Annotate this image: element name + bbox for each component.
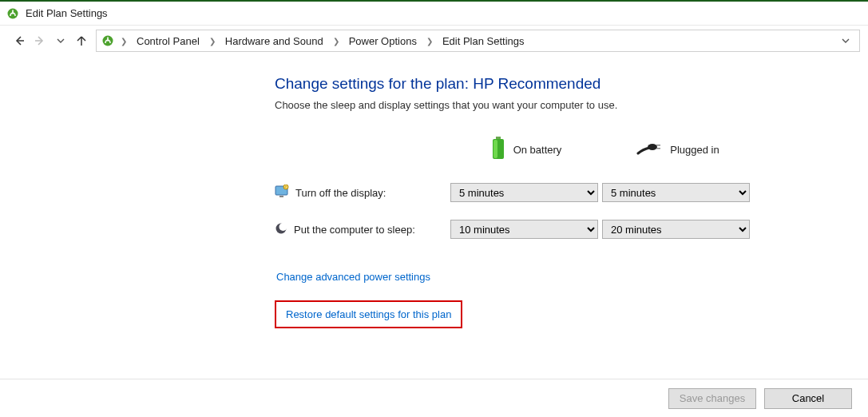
settings-grid: On battery Plugged in bbox=[275, 133, 868, 239]
nav-row: ❯ Control Panel ❯ Hardware and Sound ❯ P… bbox=[0, 26, 868, 56]
restore-defaults-link[interactable]: Restore default settings for this plan bbox=[284, 307, 453, 322]
monitor-icon bbox=[275, 185, 289, 201]
page-heading: Change settings for the plan: HP Recomme… bbox=[275, 75, 868, 93]
page-subtext: Choose the sleep and display settings th… bbox=[275, 99, 868, 111]
svg-rect-9 bbox=[656, 148, 660, 149]
app-icon bbox=[6, 7, 19, 20]
chevron-right-icon[interactable]: ❯ bbox=[330, 37, 343, 46]
svg-rect-8 bbox=[656, 145, 660, 146]
battery-icon bbox=[491, 137, 505, 163]
window-title: Edit Plan Settings bbox=[26, 7, 108, 19]
plug-icon bbox=[636, 141, 662, 158]
breadcrumb: ❯ Control Panel ❯ Hardware and Sound ❯ P… bbox=[96, 30, 860, 52]
breadcrumb-app-icon bbox=[101, 34, 114, 47]
up-button[interactable] bbox=[75, 34, 88, 47]
title-bar: Edit Plan Settings bbox=[0, 2, 868, 26]
moon-icon bbox=[275, 222, 287, 237]
restore-highlight-box: Restore default settings for this plan bbox=[275, 300, 462, 328]
breadcrumb-item-hardware-sound[interactable]: Hardware and Sound bbox=[222, 34, 327, 49]
save-button: Save changes bbox=[668, 388, 756, 409]
svg-point-14 bbox=[279, 223, 287, 231]
column-label-plugged: Plugged in bbox=[670, 144, 719, 156]
display-battery-select[interactable]: 5 minutes bbox=[450, 183, 598, 202]
chevron-right-icon[interactable]: ❯ bbox=[117, 37, 130, 46]
breadcrumb-item-edit-plan[interactable]: Edit Plan Settings bbox=[439, 34, 528, 49]
chevron-right-icon[interactable]: ❯ bbox=[423, 37, 436, 46]
main-content: Change settings for the plan: HP Recomme… bbox=[0, 56, 868, 328]
forward-button bbox=[34, 34, 46, 47]
column-header-battery: On battery bbox=[450, 133, 602, 165]
row-label-display: Turn off the display: bbox=[275, 185, 450, 201]
display-plugged-select[interactable]: 5 minutes bbox=[602, 183, 750, 202]
svg-point-7 bbox=[648, 144, 657, 150]
breadcrumb-item-control-panel[interactable]: Control Panel bbox=[133, 34, 203, 49]
svg-rect-11 bbox=[279, 196, 283, 197]
chevron-right-icon[interactable]: ❯ bbox=[206, 37, 219, 46]
row-text-sleep: Put the computer to sleep: bbox=[294, 224, 415, 236]
breadcrumb-item-power-options[interactable]: Power Options bbox=[346, 34, 420, 49]
links-section: Change advanced power settings Restore d… bbox=[275, 269, 868, 328]
column-header-plugged: Plugged in bbox=[602, 133, 754, 165]
footer-bar: Save changes Cancel bbox=[0, 379, 868, 417]
recent-locations-button[interactable] bbox=[54, 34, 67, 47]
sleep-battery-select[interactable]: 10 minutes bbox=[450, 220, 598, 239]
svg-rect-3 bbox=[107, 38, 109, 42]
column-label-battery: On battery bbox=[513, 144, 562, 156]
row-label-sleep: Put the computer to sleep: bbox=[275, 222, 450, 237]
advanced-settings-link[interactable]: Change advanced power settings bbox=[275, 269, 432, 284]
breadcrumb-dropdown[interactable] bbox=[837, 35, 854, 47]
cancel-button[interactable]: Cancel bbox=[764, 388, 852, 409]
svg-rect-6 bbox=[493, 140, 497, 158]
svg-rect-4 bbox=[496, 137, 501, 139]
svg-rect-1 bbox=[12, 10, 14, 14]
sleep-plugged-select[interactable]: 20 minutes bbox=[602, 220, 750, 239]
back-button[interactable] bbox=[13, 34, 26, 47]
row-text-display: Turn off the display: bbox=[295, 187, 386, 199]
